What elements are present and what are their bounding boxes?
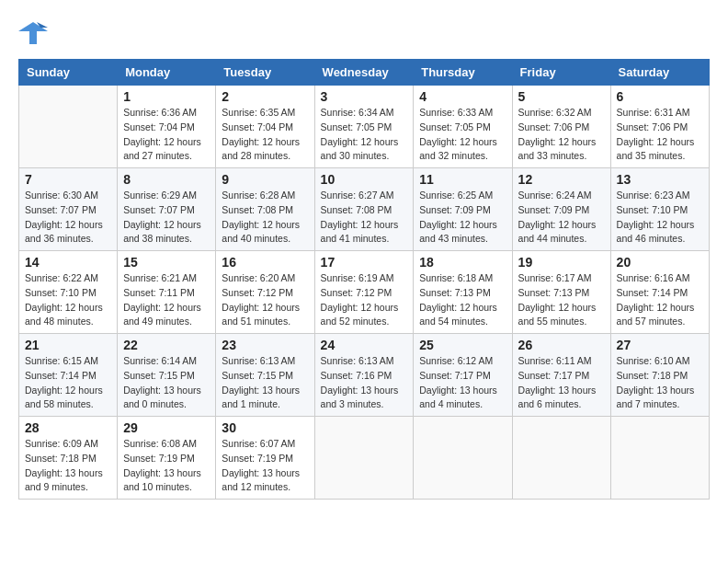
- calendar-cell: 30Sunrise: 6:07 AM Sunset: 7:19 PM Dayli…: [216, 417, 314, 500]
- calendar-cell: 14Sunrise: 6:22 AM Sunset: 7:10 PM Dayli…: [19, 251, 118, 334]
- calendar-cell: 6Sunrise: 6:31 AM Sunset: 7:06 PM Daylig…: [610, 86, 709, 168]
- calendar-cell: 22Sunrise: 6:14 AM Sunset: 7:15 PM Dayli…: [118, 334, 216, 417]
- day-number: 3: [321, 89, 408, 104]
- calendar-cell: 20Sunrise: 6:16 AM Sunset: 7:14 PM Dayli…: [610, 251, 709, 334]
- day-info: Sunrise: 6:15 AM Sunset: 7:14 PM Dayligh…: [25, 354, 111, 412]
- calendar-cell: 7Sunrise: 6:30 AM Sunset: 7:07 PM Daylig…: [19, 168, 118, 251]
- day-info: Sunrise: 6:24 AM Sunset: 7:09 PM Dayligh…: [518, 189, 605, 247]
- day-number: 1: [123, 89, 210, 104]
- day-number: 13: [617, 172, 703, 187]
- day-info: Sunrise: 6:36 AM Sunset: 7:04 PM Dayligh…: [123, 106, 210, 164]
- day-number: 9: [222, 172, 308, 187]
- day-number: 28: [25, 420, 111, 435]
- day-number: 25: [419, 338, 506, 352]
- day-number: 26: [518, 338, 605, 352]
- day-header-thursday: Thursday: [414, 60, 512, 86]
- day-info: Sunrise: 6:10 AM Sunset: 7:18 PM Dayligh…: [617, 354, 703, 412]
- calendar-cell: 4Sunrise: 6:33 AM Sunset: 7:05 PM Daylig…: [414, 86, 512, 168]
- day-number: 10: [321, 172, 408, 187]
- calendar-cell: 1Sunrise: 6:36 AM Sunset: 7:04 PM Daylig…: [118, 86, 216, 168]
- day-info: Sunrise: 6:11 AM Sunset: 7:17 PM Dayligh…: [518, 354, 605, 412]
- day-info: Sunrise: 6:25 AM Sunset: 7:09 PM Dayligh…: [419, 189, 506, 247]
- day-info: Sunrise: 6:13 AM Sunset: 7:15 PM Dayligh…: [222, 354, 308, 412]
- calendar-table: SundayMondayTuesdayWednesdayThursdayFrid…: [18, 59, 710, 500]
- calendar-cell: 3Sunrise: 6:34 AM Sunset: 7:05 PM Daylig…: [314, 86, 414, 168]
- calendar-cell: 9Sunrise: 6:28 AM Sunset: 7:08 PM Daylig…: [216, 168, 314, 251]
- calendar-cell: 13Sunrise: 6:23 AM Sunset: 7:10 PM Dayli…: [610, 168, 709, 251]
- day-info: Sunrise: 6:27 AM Sunset: 7:08 PM Dayligh…: [321, 189, 408, 247]
- day-number: 30: [222, 420, 308, 435]
- day-header-tuesday: Tuesday: [216, 60, 314, 86]
- day-number: 14: [25, 255, 111, 270]
- day-info: Sunrise: 6:07 AM Sunset: 7:19 PM Dayligh…: [222, 437, 308, 495]
- calendar-cell: 17Sunrise: 6:19 AM Sunset: 7:12 PM Dayli…: [314, 251, 414, 334]
- day-number: 6: [617, 89, 703, 104]
- calendar-cell: 2Sunrise: 6:35 AM Sunset: 7:04 PM Daylig…: [216, 86, 314, 168]
- day-number: 12: [518, 172, 605, 187]
- calendar-cell: [414, 417, 512, 500]
- calendar-week-row: 28Sunrise: 6:09 AM Sunset: 7:18 PM Dayli…: [19, 417, 710, 500]
- day-info: Sunrise: 6:35 AM Sunset: 7:04 PM Dayligh…: [222, 106, 308, 164]
- calendar-week-row: 7Sunrise: 6:30 AM Sunset: 7:07 PM Daylig…: [19, 168, 710, 251]
- day-header-friday: Friday: [512, 60, 610, 86]
- day-info: Sunrise: 6:12 AM Sunset: 7:17 PM Dayligh…: [419, 354, 506, 412]
- day-number: 23: [222, 338, 308, 352]
- day-number: 16: [222, 255, 308, 270]
- day-number: 4: [419, 89, 506, 104]
- day-number: 24: [321, 338, 408, 352]
- calendar-week-row: 21Sunrise: 6:15 AM Sunset: 7:14 PM Dayli…: [19, 334, 710, 417]
- day-header-monday: Monday: [118, 60, 216, 86]
- calendar-cell: 15Sunrise: 6:21 AM Sunset: 7:11 PM Dayli…: [118, 251, 216, 334]
- calendar-cell: 12Sunrise: 6:24 AM Sunset: 7:09 PM Dayli…: [512, 168, 610, 251]
- calendar-cell: 25Sunrise: 6:12 AM Sunset: 7:17 PM Dayli…: [414, 334, 512, 417]
- day-number: 7: [25, 172, 111, 187]
- calendar-cell: 18Sunrise: 6:18 AM Sunset: 7:13 PM Dayli…: [414, 251, 512, 334]
- calendar-cell: 11Sunrise: 6:25 AM Sunset: 7:09 PM Dayli…: [414, 168, 512, 251]
- day-info: Sunrise: 6:29 AM Sunset: 7:07 PM Dayligh…: [123, 189, 210, 247]
- day-info: Sunrise: 6:22 AM Sunset: 7:10 PM Dayligh…: [25, 271, 111, 329]
- day-info: Sunrise: 6:33 AM Sunset: 7:05 PM Dayligh…: [419, 106, 506, 164]
- day-info: Sunrise: 6:14 AM Sunset: 7:15 PM Dayligh…: [123, 354, 210, 412]
- day-info: Sunrise: 6:34 AM Sunset: 7:05 PM Dayligh…: [321, 106, 408, 164]
- calendar-cell: 27Sunrise: 6:10 AM Sunset: 7:18 PM Dayli…: [610, 334, 709, 417]
- calendar-cell: 8Sunrise: 6:29 AM Sunset: 7:07 PM Daylig…: [118, 168, 216, 251]
- calendar-cell: [512, 417, 610, 500]
- calendar-cell: 24Sunrise: 6:13 AM Sunset: 7:16 PM Dayli…: [314, 334, 414, 417]
- day-number: 8: [123, 172, 210, 187]
- calendar-cell: 16Sunrise: 6:20 AM Sunset: 7:12 PM Dayli…: [216, 251, 314, 334]
- day-number: 21: [25, 338, 111, 352]
- day-number: 22: [123, 338, 210, 352]
- day-number: 27: [617, 338, 703, 352]
- day-number: 17: [321, 255, 408, 270]
- day-number: 19: [518, 255, 605, 270]
- day-info: Sunrise: 6:30 AM Sunset: 7:07 PM Dayligh…: [25, 189, 111, 247]
- day-number: 15: [123, 255, 210, 270]
- calendar-cell: 28Sunrise: 6:09 AM Sunset: 7:18 PM Dayli…: [19, 417, 118, 500]
- day-header-saturday: Saturday: [610, 60, 709, 86]
- day-number: 5: [518, 89, 605, 104]
- day-number: 11: [419, 172, 506, 187]
- day-info: Sunrise: 6:20 AM Sunset: 7:12 PM Dayligh…: [222, 271, 308, 329]
- calendar-cell: 23Sunrise: 6:13 AM Sunset: 7:15 PM Dayli…: [216, 334, 314, 417]
- day-info: Sunrise: 6:19 AM Sunset: 7:12 PM Dayligh…: [321, 271, 408, 329]
- calendar-header-row: SundayMondayTuesdayWednesdayThursdayFrid…: [19, 60, 710, 86]
- calendar-week-row: 1Sunrise: 6:36 AM Sunset: 7:04 PM Daylig…: [19, 86, 710, 168]
- day-info: Sunrise: 6:09 AM Sunset: 7:18 PM Dayligh…: [25, 437, 111, 495]
- calendar-cell: 5Sunrise: 6:32 AM Sunset: 7:06 PM Daylig…: [512, 86, 610, 168]
- calendar-cell: 19Sunrise: 6:17 AM Sunset: 7:13 PM Dayli…: [512, 251, 610, 334]
- page-header: [18, 18, 710, 44]
- day-number: 18: [419, 255, 506, 270]
- calendar-cell: 10Sunrise: 6:27 AM Sunset: 7:08 PM Dayli…: [314, 168, 414, 251]
- day-info: Sunrise: 6:18 AM Sunset: 7:13 PM Dayligh…: [419, 271, 506, 329]
- day-info: Sunrise: 6:23 AM Sunset: 7:10 PM Dayligh…: [617, 189, 703, 247]
- day-number: 20: [617, 255, 703, 270]
- day-info: Sunrise: 6:16 AM Sunset: 7:14 PM Dayligh…: [617, 271, 703, 329]
- calendar-cell: [314, 417, 414, 500]
- day-header-wednesday: Wednesday: [314, 60, 414, 86]
- day-info: Sunrise: 6:13 AM Sunset: 7:16 PM Dayligh…: [321, 354, 408, 412]
- day-info: Sunrise: 6:08 AM Sunset: 7:19 PM Dayligh…: [123, 437, 210, 495]
- logo: [18, 18, 51, 44]
- logo-icon: [18, 18, 48, 44]
- day-info: Sunrise: 6:21 AM Sunset: 7:11 PM Dayligh…: [123, 271, 210, 329]
- calendar-week-row: 14Sunrise: 6:22 AM Sunset: 7:10 PM Dayli…: [19, 251, 710, 334]
